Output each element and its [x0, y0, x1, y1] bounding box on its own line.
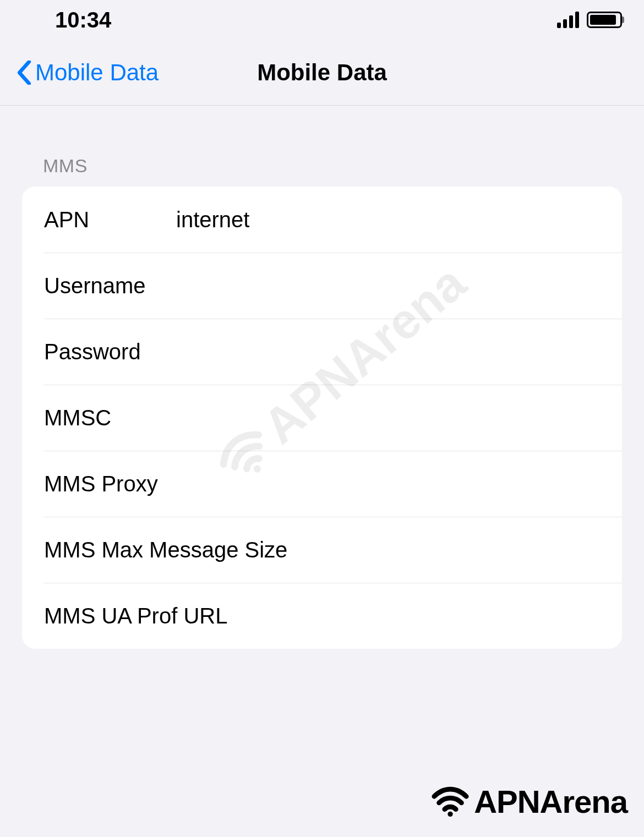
- bottom-logo-text: APNArena: [474, 783, 627, 820]
- input-mms-max[interactable]: [321, 538, 600, 562]
- status-time: 10:34: [55, 8, 111, 32]
- row-label-password: Password: [44, 340, 176, 364]
- input-mms-proxy[interactable]: [321, 472, 600, 496]
- wifi-icon: [431, 782, 470, 820]
- row-label-mms-ua: MMS UA Prof URL: [44, 604, 321, 628]
- row-mmsc[interactable]: MMSC: [44, 385, 622, 451]
- row-mms-proxy[interactable]: MMS Proxy: [44, 451, 622, 517]
- bottom-logo: APNArena: [431, 782, 627, 820]
- cellular-signal-icon: [557, 12, 579, 28]
- navigation-bar: Mobile Data Mobile Data: [0, 40, 644, 106]
- input-username[interactable]: [176, 273, 600, 298]
- row-label-username: Username: [44, 273, 176, 298]
- chevron-left-icon: [17, 61, 32, 85]
- row-label-mmsc: MMSC: [44, 406, 176, 430]
- row-label-mms-proxy: MMS Proxy: [44, 472, 321, 496]
- row-label-apn: APN: [44, 207, 176, 232]
- status-right: [557, 12, 622, 28]
- page-title: Mobile Data: [257, 59, 387, 86]
- svg-point-1: [447, 812, 452, 817]
- input-apn[interactable]: [176, 207, 600, 232]
- input-mms-ua[interactable]: [321, 604, 600, 628]
- input-password[interactable]: [176, 340, 600, 364]
- back-button[interactable]: Mobile Data: [17, 59, 159, 86]
- row-password[interactable]: Password: [44, 319, 622, 385]
- row-mms-ua[interactable]: MMS UA Prof URL: [44, 583, 622, 649]
- row-username[interactable]: Username: [44, 253, 622, 319]
- back-button-label: Mobile Data: [35, 59, 159, 86]
- row-apn[interactable]: APN: [22, 187, 622, 253]
- section-header-mms: MMS: [0, 106, 644, 187]
- status-bar: 10:34: [0, 0, 644, 40]
- row-label-mms-max: MMS Max Message Size: [44, 538, 321, 562]
- row-mms-max[interactable]: MMS Max Message Size: [44, 517, 622, 583]
- battery-icon: [587, 12, 622, 28]
- input-mmsc[interactable]: [176, 406, 600, 430]
- settings-card: APN Username Password MMSC MMS Proxy MMS…: [22, 187, 622, 649]
